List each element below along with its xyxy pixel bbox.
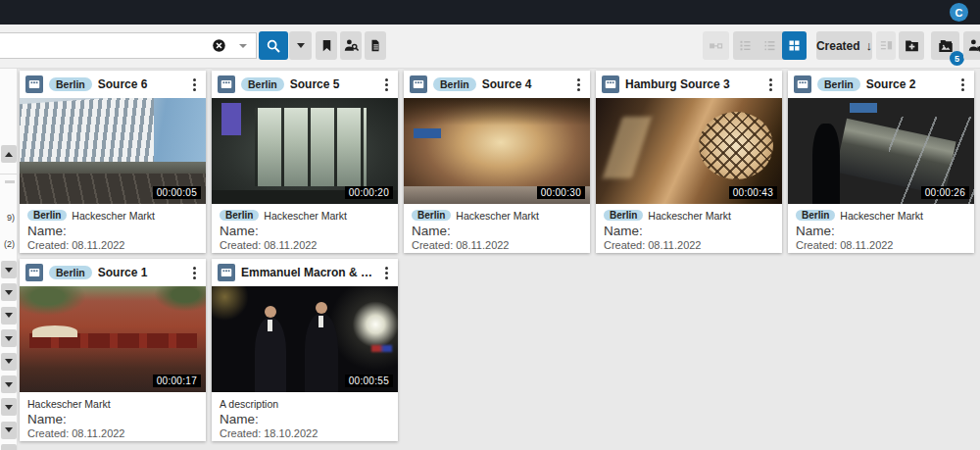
card-created-date: Created: 08.11.2022 [220,239,390,251]
card-title: Source 6 [98,77,183,91]
collections-button[interactable]: 5 [931,31,959,60]
view-grid-button[interactable] [782,31,807,60]
card-title: Source 2 [866,77,952,91]
collections-count-badge: 5 [950,51,964,66]
chevron-down-icon [5,382,13,387]
search-history-caret-icon[interactable] [239,44,247,48]
video-card: Berlin Source 2 00:00:26 Berlin Hackesch… [788,71,974,253]
saved-searches-button[interactable] [316,31,337,60]
card-title: Source 4 [482,77,567,91]
card-grid: Berlin Source 6 00:00:05 Berlin Hackesch… [20,71,976,441]
card-header: Berlin Source 2 [788,71,974,98]
thumbnail-art [699,112,773,179]
thumbnail-art [255,318,286,392]
search-field [0,32,257,59]
card-title: Source 1 [98,266,183,279]
card-meta: Berlin Hackescher Markt [412,208,582,223]
card-title: Hamburg Source 3 [625,77,760,91]
view-detail-list-button[interactable] [733,31,758,60]
new-folder-button[interactable] [899,31,924,60]
search-button[interactable] [259,31,288,60]
facet-count-fragment: (2) [4,239,15,249]
sort-by-button[interactable]: Created ↓ [816,31,872,60]
video-duration-badge: 00:00:20 [345,186,393,199]
video-thumbnail[interactable]: 00:00:05 [20,98,206,204]
location-badge: Berlin [241,77,284,91]
card-meta: A description [220,396,390,411]
app-window: C [0,0,980,450]
card-name-label: Name: [27,224,198,238]
card-menu-button[interactable] [381,75,392,94]
bookmark-icon [319,38,334,53]
card-menu-button[interactable] [189,75,200,94]
rail-collapse-button[interactable] [1,422,17,439]
card-title: Source 5 [290,77,375,91]
card-menu-button[interactable] [381,264,392,282]
card-created-date: Created: 08.11.2022 [604,239,774,251]
user-avatar[interactable]: C [950,3,968,22]
rail-collapse-button[interactable] [1,353,17,371]
chevron-down-icon [297,43,305,48]
search-input[interactable] [4,33,210,58]
rail-scroll-up-button[interactable] [1,145,17,163]
thumbnail-art [305,314,338,392]
person-search-button[interactable] [340,31,362,60]
rail-collapse-button[interactable] [1,307,17,325]
card-header: Berlin Source 1 [20,259,206,286]
side-panel-icon [879,38,894,53]
video-duration-badge: 00:00:26 [921,186,969,199]
clear-search-icon[interactable] [212,38,226,53]
chevron-up-icon [5,152,13,157]
video-source-icon [602,75,619,93]
card-name-label: Name: [796,224,966,238]
user-settings-button[interactable] [963,31,980,60]
card-menu-button[interactable] [189,264,200,282]
location-badge: Berlin [796,210,835,221]
video-thumbnail[interactable]: 00:00:55 [212,286,398,392]
rail-collapse-button[interactable] [1,261,17,278]
card-footer: Hackescher Markt Name: Created: 08.11.20… [20,392,206,441]
video-source-icon [25,75,43,93]
card-location-text: Hackescher Markt [648,210,731,222]
card-menu-button[interactable] [573,75,584,94]
report-button[interactable] [365,31,386,60]
thumbnail-art [603,117,653,178]
video-thumbnail[interactable]: 00:00:20 [212,98,398,204]
video-thumbnail[interactable]: 00:00:30 [404,98,590,204]
card-meta: Berlin Hackescher Markt [27,208,198,223]
rail-collapse-button[interactable] [1,398,17,416]
card-location-text: Hackescher Markt [840,210,923,222]
card-created-date: Created: 08.11.2022 [27,239,198,251]
rail-divider [0,174,18,175]
video-thumbnail[interactable]: 00:00:17 [20,286,206,392]
card-menu-button[interactable] [765,75,776,94]
video-duration-badge: 00:00:05 [153,186,201,199]
search-options-button[interactable] [289,31,312,60]
video-thumbnail[interactable]: 00:00:26 [788,98,974,204]
view-list-button[interactable] [758,31,782,60]
chevron-down-icon [5,427,13,432]
location-badge: Berlin [49,266,92,279]
rail-collapse-button[interactable] [1,283,17,301]
video-thumbnail[interactable]: 00:00:43 [596,98,782,204]
rail-collapse-button[interactable] [1,444,17,450]
card-location-text: Hackescher Markt [72,210,155,222]
card-menu-button[interactable] [957,75,968,94]
location-badge: Berlin [433,77,476,91]
video-source-icon [410,75,427,93]
card-created-date: Created: 18.10.2022 [220,427,390,439]
chevron-down-icon [5,405,13,410]
video-duration-badge: 00:00:43 [729,186,777,199]
search-toolbar: Created ↓ 5 [0,25,980,69]
card-footer: Berlin Hackescher Markt Name: Created: 0… [212,204,398,253]
card-location-text: Hackescher Markt [27,398,111,410]
thumbnail-art [371,345,392,351]
thumbnail-art [20,286,86,316]
chevron-down-icon [5,268,13,273]
rail-collapse-button[interactable] [1,329,17,347]
document-icon [368,38,382,53]
chevron-down-icon [5,313,13,318]
rail-collapse-button[interactable] [1,375,17,393]
video-card: Emmanuel Macron & Olaf Scholz Sr... 00:0… [212,259,398,441]
location-badge: Berlin [27,210,67,221]
